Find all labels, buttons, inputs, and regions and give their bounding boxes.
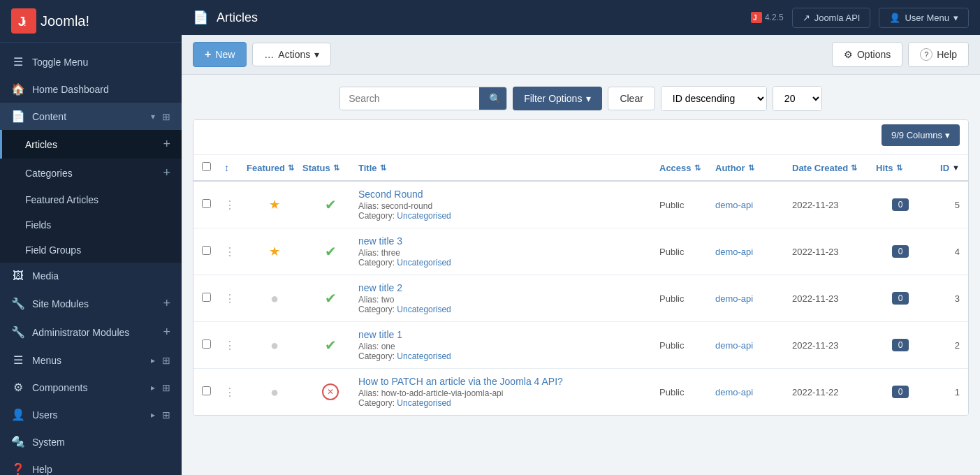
site-modules-add-icon[interactable]: +: [163, 296, 170, 311]
author-link-3[interactable]: demo-api: [715, 293, 753, 304]
article-title-link-3[interactable]: new title 2: [358, 282, 402, 293]
author-link-2[interactable]: demo-api: [715, 340, 753, 351]
row-hits-1[interactable]: 0: [876, 386, 925, 398]
article-title-link-4[interactable]: new title 3: [358, 235, 402, 247]
header-status[interactable]: Status ⇅: [302, 163, 358, 173]
author-link-1[interactable]: demo-api: [715, 387, 753, 397]
joomla-api-button[interactable]: ↗ Joomla API: [792, 8, 871, 28]
author-header-label: Author: [715, 163, 745, 173]
admin-modules-add-icon[interactable]: +: [163, 325, 170, 339]
sidebar-item-menus[interactable]: ☰ Menus ▸ ⊞: [0, 346, 182, 374]
row-drag-handle-1[interactable]: ⋮: [224, 386, 247, 399]
sort-select-container: ID descending ID ascending Title ascendi…: [661, 86, 767, 111]
row-hits-3[interactable]: 0: [876, 292, 925, 305]
row-drag-handle-3[interactable]: ⋮: [224, 292, 247, 305]
sidebar-item-components[interactable]: ⚙ Components ▸ ⊞: [0, 374, 182, 401]
row-featured-5[interactable]: ★: [247, 197, 302, 212]
row-access-1: Public: [659, 387, 715, 397]
actions-button[interactable]: … Actions ▾: [252, 43, 331, 66]
article-category-link-4[interactable]: Uncategorised: [397, 258, 451, 268]
sort-select[interactable]: ID descending ID ascending Title ascendi…: [661, 87, 766, 110]
sidebar-item-system[interactable]: 🔩 System: [0, 428, 182, 455]
joomla-small-icon: J: [751, 12, 762, 23]
content-grid-icon[interactable]: ⊞: [162, 111, 170, 122]
sidebar-item-administrator-modules[interactable]: 🔧 Administrator Modules +: [0, 318, 182, 346]
header-featured[interactable]: Featured ⇅: [247, 163, 302, 173]
site-modules-icon: 🔧: [11, 297, 25, 310]
article-title-link-1[interactable]: How to PATCH an article via the Joomla 4…: [358, 376, 563, 387]
clear-button[interactable]: Clear: [608, 87, 654, 110]
article-title-link-5[interactable]: Second Round: [358, 189, 423, 200]
row-drag-handle-4[interactable]: ⋮: [224, 245, 247, 258]
article-category-link-3[interactable]: Uncategorised: [397, 305, 451, 314]
status-published-icon-4: ✔: [325, 244, 337, 259]
search-input[interactable]: [340, 87, 479, 110]
sidebar-item-articles[interactable]: Articles +: [0, 130, 182, 159]
sidebar-item-content[interactable]: 📄 Content ▾ ⊞: [0, 103, 182, 130]
row-featured-4[interactable]: ★: [247, 244, 302, 259]
row-select-2[interactable]: [202, 339, 211, 349]
users-grid-icon[interactable]: ⊞: [162, 409, 170, 421]
sidebar-item-featured-articles[interactable]: Featured Articles: [0, 187, 182, 212]
header-title[interactable]: Title ⇅: [358, 163, 659, 173]
header-author[interactable]: Author ⇅: [715, 163, 792, 173]
row-status-3[interactable]: ✔: [302, 290, 358, 307]
user-menu-button[interactable]: 👤 User Menu ▾: [879, 8, 969, 28]
search-button[interactable]: 🔍: [479, 87, 507, 110]
header-date-created[interactable]: Date Created ⇅: [792, 163, 876, 173]
row-hits-5[interactable]: 0: [876, 198, 925, 211]
select-all-checkbox[interactable]: [202, 162, 211, 171]
help-button[interactable]: ? Help: [908, 42, 969, 67]
user-menu-caret-icon: ▾: [953, 13, 958, 23]
columns-button[interactable]: 9/9 Columns ▾: [882, 124, 960, 146]
sidebar-item-field-groups[interactable]: Field Groups: [0, 238, 182, 263]
article-category-link-5[interactable]: Uncategorised: [397, 211, 451, 221]
categories-add-icon[interactable]: +: [163, 166, 170, 180]
sidebar-item-home-dashboard[interactable]: 🏠 Home Dashboard: [0, 75, 182, 103]
sidebar-item-site-modules[interactable]: 🔧 Site Modules +: [0, 289, 182, 318]
joomla-logo[interactable]: J ! Joomla!: [11, 8, 89, 34]
search-icon: 🔍: [489, 93, 501, 104]
toolbar-right: ⚙ Options ? Help: [832, 42, 969, 67]
row-status-5[interactable]: ✔: [302, 196, 358, 213]
table-row: ⋮ ● ✔ new title 2 Alias: two Category: U…: [193, 275, 968, 322]
row-featured-3[interactable]: ●: [247, 291, 302, 307]
row-status-1[interactable]: ✕: [302, 383, 358, 400]
author-link-4[interactable]: demo-api: [715, 247, 753, 257]
sidebar-item-toggle-menu[interactable]: ☰ Toggle Menu: [0, 48, 182, 75]
count-select[interactable]: 5 10 15 20 25 30 50 100 ALL: [773, 87, 821, 110]
article-title-link-2[interactable]: new title 1: [358, 329, 402, 340]
options-button[interactable]: ⚙ Options: [832, 42, 902, 67]
row-drag-handle-5[interactable]: ⋮: [224, 198, 247, 212]
author-link-5[interactable]: demo-api: [715, 200, 753, 210]
row-select-3[interactable]: [202, 293, 211, 302]
article-category-link-1[interactable]: Uncategorised: [397, 398, 451, 408]
sidebar-item-media[interactable]: 🖼 Media: [0, 263, 182, 289]
row-status-4[interactable]: ✔: [302, 243, 358, 260]
order-sort-icon[interactable]: ↕: [224, 162, 229, 173]
header-access[interactable]: Access ⇅: [659, 163, 715, 173]
new-button-label: New: [215, 49, 235, 60]
header-hits[interactable]: Hits ⇅: [876, 163, 925, 173]
row-select-5[interactable]: [202, 199, 211, 208]
row-featured-1[interactable]: ●: [247, 384, 302, 400]
row-select-4[interactable]: [202, 246, 211, 255]
row-select-1[interactable]: [202, 386, 211, 395]
row-featured-2[interactable]: ●: [247, 337, 302, 353]
components-grid-icon[interactable]: ⊞: [162, 382, 170, 393]
filter-options-button[interactable]: Filter Options ▾: [513, 87, 602, 110]
sidebar-item-categories[interactable]: Categories +: [0, 159, 182, 187]
menus-grid-icon[interactable]: ⊞: [162, 355, 170, 366]
row-hits-2[interactable]: 0: [876, 339, 925, 351]
sidebar-item-fields[interactable]: Fields: [0, 212, 182, 238]
row-drag-handle-2[interactable]: ⋮: [224, 339, 247, 352]
articles-add-icon[interactable]: +: [163, 137, 170, 152]
row-checkbox-3: [202, 293, 224, 304]
sidebar-item-users[interactable]: 👤 Users ▸ ⊞: [0, 401, 182, 428]
row-hits-4[interactable]: 0: [876, 245, 925, 258]
sidebar-item-help[interactable]: ❓ Help: [0, 455, 182, 475]
header-id[interactable]: ID ▼: [925, 163, 960, 173]
new-button[interactable]: + New: [193, 42, 247, 67]
row-status-2[interactable]: ✔: [302, 337, 358, 353]
article-category-link-2[interactable]: Uncategorised: [397, 351, 451, 361]
